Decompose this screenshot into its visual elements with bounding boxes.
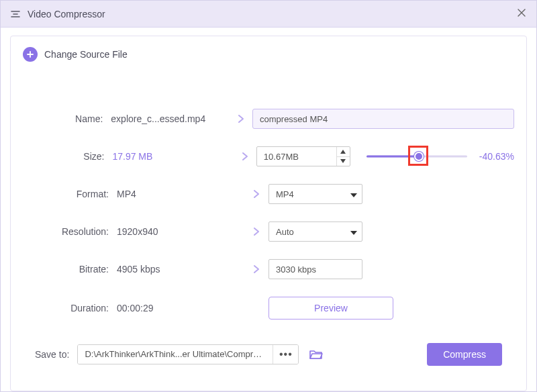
title-area: Video Compressor [10, 9, 105, 19]
format-current: MP4 [117, 189, 244, 199]
form: Name: explore_c...essed.mp4 Size: 17.97 … [23, 109, 514, 333]
chevron-right-icon [230, 114, 252, 124]
size-spin-down[interactable] [336, 156, 350, 166]
save-path-box: D:\ArkThinker\ArkThink...er Ultimate\Com… [77, 344, 299, 364]
name-label: Name: [23, 113, 111, 124]
size-slider[interactable] [367, 150, 467, 163]
titlebar: Video Compressor [1, 1, 536, 28]
format-label: Format: [23, 189, 117, 199]
change-source-file-button[interactable]: Change Source File [23, 47, 514, 62]
duration-current: 00:00:29 [117, 303, 244, 313]
resolution-label: Resolution: [23, 226, 117, 237]
compressor-icon [10, 9, 21, 19]
close-button[interactable] [516, 7, 527, 21]
change-source-label: Change Source File [44, 49, 128, 60]
duration-label: Duration: [23, 303, 117, 313]
footer: Save to: D:\ArkThinker\ArkThink...er Ult… [23, 333, 514, 376]
format-select-input[interactable] [268, 184, 362, 204]
browse-button[interactable]: ••• [273, 345, 298, 364]
chevron-right-icon [244, 227, 268, 236]
preview-button[interactable]: Preview [268, 297, 393, 320]
chevron-right-icon [244, 189, 268, 199]
row-duration: Duration: 00:00:29 Preview [23, 297, 514, 320]
chevron-right-icon [234, 152, 256, 161]
name-input[interactable] [252, 109, 514, 129]
resolution-select-input[interactable] [268, 222, 362, 242]
chevron-right-icon [244, 264, 268, 274]
bitrate-label: Bitrate: [23, 264, 117, 275]
size-current: 17.97 MB [112, 151, 233, 162]
plus-icon [23, 47, 38, 62]
content: Change Source File Name: explore_c...ess… [1, 28, 536, 391]
row-bitrate: Bitrate: 4905 kbps [23, 259, 514, 279]
size-spin-up[interactable] [336, 147, 350, 156]
save-path-input[interactable]: D:\ArkThinker\ArkThink...er Ultimate\Com… [78, 345, 273, 364]
bitrate-input[interactable] [268, 259, 362, 279]
size-spinner[interactable] [256, 146, 350, 166]
bitrate-current: 4905 kbps [117, 264, 244, 275]
save-to-label: Save to: [35, 349, 69, 360]
svg-marker-8 [340, 159, 346, 163]
row-format: Format: MP4 [23, 184, 514, 204]
size-label: Size: [23, 151, 112, 162]
compress-button[interactable]: Compress [427, 343, 502, 366]
size-delta: -40.63% [479, 151, 514, 162]
row-resolution: Resolution: 1920x940 [23, 222, 514, 242]
svg-marker-7 [340, 150, 346, 154]
open-folder-button[interactable] [309, 349, 323, 360]
resolution-select[interactable] [268, 222, 362, 242]
panel: Change Source File Name: explore_c...ess… [10, 36, 527, 391]
row-size: Size: 17.97 MB [23, 146, 514, 166]
row-name: Name: explore_c...essed.mp4 [23, 109, 514, 129]
size-slider-thumb[interactable] [414, 152, 424, 161]
size-slider-area: -40.63% [367, 150, 514, 163]
video-compressor-window: Video Compressor Change Source File Name… [0, 0, 537, 392]
resolution-current: 1920x940 [117, 226, 244, 237]
name-current: explore_c...essed.mp4 [111, 113, 230, 124]
format-select[interactable] [268, 184, 362, 204]
window-title: Video Compressor [28, 9, 105, 19]
